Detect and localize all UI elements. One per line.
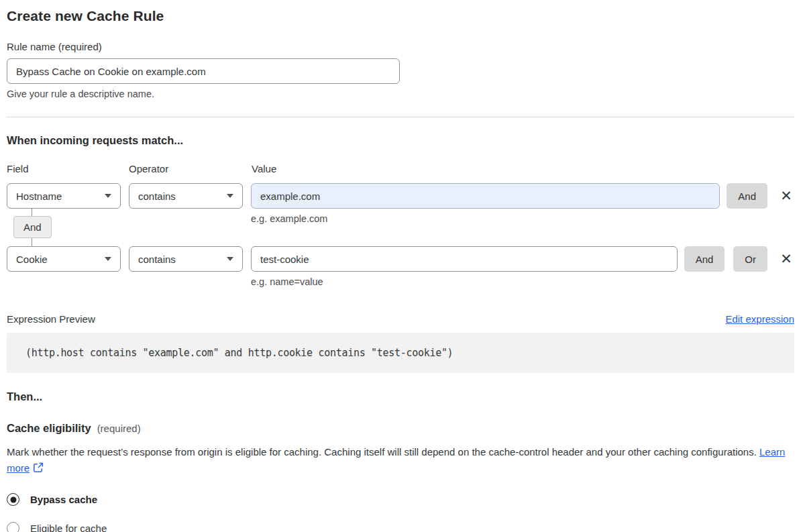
chevron-down-icon — [227, 194, 233, 198]
radio-button-icon[interactable] — [7, 522, 19, 532]
operator-column-label: Operator — [129, 163, 252, 174]
field-column-label: Field — [7, 163, 129, 174]
match-heading: When incoming requests match... — [7, 134, 794, 147]
field-select[interactable]: Hostname — [7, 183, 121, 209]
and-button[interactable]: And — [727, 183, 767, 209]
field-select-value: Cookie — [16, 254, 48, 265]
value-column-label: Value — [252, 163, 276, 174]
section-divider — [7, 117, 794, 117]
chevron-down-icon — [105, 194, 111, 198]
field-select[interactable]: Cookie — [7, 246, 121, 272]
condition-column-labels: Field Operator Value — [7, 163, 794, 174]
rule-name-helper: Give your rule a descriptive name. — [7, 89, 794, 99]
condition-connector: And — [7, 216, 794, 238]
radio-label: Eligible for cache — [30, 523, 107, 532]
and-button[interactable]: And — [684, 246, 725, 272]
required-note: (required) — [97, 423, 141, 434]
remove-condition-button[interactable]: ✕ — [778, 246, 794, 272]
rule-name-label: Rule name (required) — [7, 41, 794, 52]
cache-eligibility-heading-row: Cache eligibility (required) — [7, 422, 794, 435]
create-cache-rule-page: Create new Cache Rule Rule name (require… — [0, 0, 805, 532]
value-hint: e.g. name=value — [251, 276, 678, 287]
connector-and-button[interactable]: And — [13, 216, 52, 238]
row-actions: And Or — [684, 246, 767, 272]
value-input[interactable] — [251, 183, 720, 209]
expression-code-block: (http.host contains "example.com" and ht… — [7, 333, 794, 373]
close-icon: ✕ — [780, 188, 792, 204]
edit-expression-link[interactable]: Edit expression — [725, 313, 794, 325]
radio-option-eligible-for-cache[interactable]: Eligible for cache — [7, 522, 107, 532]
expression-preview-label: Expression Preview — [7, 313, 95, 325]
external-link-icon — [33, 462, 44, 478]
cache-eligibility-heading: Cache eligibility — [7, 422, 91, 435]
page-title: Create new Cache Rule — [7, 8, 794, 24]
value-column: e.g. name=value — [251, 246, 678, 287]
chevron-down-icon — [105, 257, 111, 261]
field-select-value: Hostname — [16, 191, 62, 202]
or-button[interactable]: Or — [733, 246, 767, 272]
operator-select[interactable]: contains — [129, 183, 243, 209]
operator-select-value: contains — [138, 254, 176, 265]
chevron-down-icon — [227, 257, 233, 261]
radio-option-bypass-cache[interactable]: Bypass cache — [7, 493, 97, 506]
value-input[interactable] — [251, 246, 678, 272]
condition-row: Cookie contains e.g. name=value And Or ✕ — [7, 246, 794, 287]
description-text: Mark whether the request’s response from… — [7, 446, 757, 458]
then-heading: Then... — [7, 390, 794, 403]
expression-preview-header: Expression Preview Edit expression — [7, 313, 794, 325]
radio-label: Bypass cache — [30, 494, 97, 505]
close-icon: ✕ — [780, 251, 792, 267]
radio-button-icon[interactable] — [7, 493, 19, 506]
operator-select[interactable]: contains — [129, 246, 243, 272]
cache-eligibility-description: Mark whether the request’s response from… — [7, 444, 788, 478]
operator-select-value: contains — [138, 191, 176, 202]
rule-name-input[interactable] — [7, 58, 400, 84]
remove-condition-button[interactable]: ✕ — [778, 183, 794, 209]
row-actions: And — [727, 183, 767, 209]
